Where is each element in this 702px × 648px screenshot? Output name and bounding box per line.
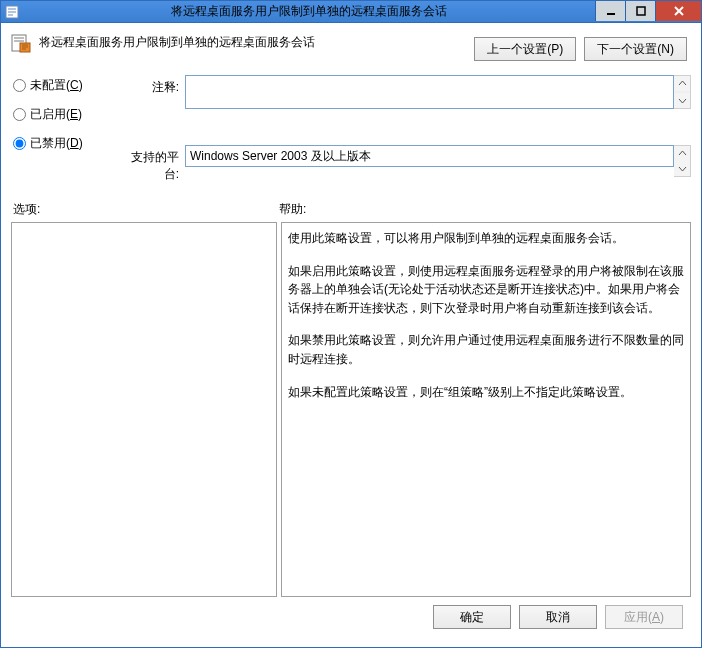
header-row: 将远程桌面服务用户限制到单独的远程桌面服务会话 上一个设置(P) 下一个设置(N… <box>11 31 691 61</box>
options-label: 选项: <box>11 201 277 218</box>
help-paragraph: 如果禁用此策略设置，则允许用户通过使用远程桌面服务进行不限数量的同时远程连接。 <box>288 331 684 368</box>
cancel-label: 取消 <box>546 609 570 626</box>
minimize-button[interactable] <box>595 1 625 21</box>
radio-group-container: 未配置(C) 已启用(E) 已禁用(D) <box>11 75 119 152</box>
platform-field-wrap: Windows Server 2003 及以上版本 <box>185 145 691 177</box>
ok-label: 确定 <box>460 609 484 626</box>
scroll-up-icon <box>674 76 690 91</box>
scroll-down-icon <box>674 93 690 108</box>
window-controls <box>595 1 701 22</box>
comment-label: 注释: <box>119 75 185 96</box>
policy-editor-window: 将远程桌面服务用户限制到单独的远程桌面服务会话 <box>0 0 702 648</box>
platform-label: 支持的平台: <box>119 145 185 183</box>
cancel-button[interactable]: 取消 <box>519 605 597 629</box>
help-label: 帮助: <box>277 201 691 218</box>
config-platform-row: 支持的平台: Windows Server 2003 及以上版本 <box>11 145 691 183</box>
previous-setting-button[interactable]: 上一个设置(P) <box>474 37 576 61</box>
previous-setting-label: 上一个设置(P) <box>487 41 563 58</box>
options-panel[interactable] <box>11 222 277 597</box>
panel-labels-row: 选项: 帮助: <box>11 201 691 218</box>
radio-enabled-input[interactable] <box>13 108 26 121</box>
panels-row: 使用此策略设置，可以将用户限制到单独的远程桌面服务会话。 如果启用此策略设置，则… <box>11 222 691 597</box>
apply-button[interactable]: 应用(A) <box>605 605 683 629</box>
comment-field-wrap <box>185 75 691 109</box>
help-paragraph: 使用此策略设置，可以将用户限制到单独的远程桌面服务会话。 <box>288 229 684 248</box>
titlebar: 将远程桌面服务用户限制到单独的远程桌面服务会话 <box>1 1 701 23</box>
radio-enabled-label: 已启用(E) <box>30 106 82 123</box>
dialog-button-bar: 确定 取消 应用(A) <box>11 597 691 637</box>
comment-scrollbar[interactable] <box>674 75 691 109</box>
scroll-down-icon <box>674 161 690 176</box>
maximize-button[interactable] <box>625 1 655 21</box>
scroll-up-icon <box>674 146 690 161</box>
next-setting-button[interactable]: 下一个设置(N) <box>584 37 687 61</box>
content-area: 将远程桌面服务用户限制到单独的远程桌面服务会话 上一个设置(P) 下一个设置(N… <box>1 23 701 647</box>
platform-scrollbar[interactable] <box>674 145 691 177</box>
radio-not-configured[interactable]: 未配置(C) <box>13 77 119 94</box>
help-paragraph: 如果启用此策略设置，则使用远程桌面服务远程登录的用户将被限制在该服务器上的单独会… <box>288 262 684 318</box>
apply-label: 应用(A) <box>624 609 664 626</box>
ok-button[interactable]: 确定 <box>433 605 511 629</box>
help-panel[interactable]: 使用此策略设置，可以将用户限制到单独的远程桌面服务会话。 如果启用此策略设置，则… <box>281 222 691 597</box>
app-icon <box>1 5 23 19</box>
radio-not-configured-input[interactable] <box>13 79 26 92</box>
state-radio-group: 未配置(C) 已启用(E) 已禁用(D) <box>13 75 119 152</box>
radio-not-configured-label: 未配置(C) <box>30 77 83 94</box>
maximize-icon <box>636 6 646 16</box>
radio-enabled[interactable]: 已启用(E) <box>13 106 119 123</box>
setting-nav: 上一个设置(P) 下一个设置(N) <box>474 31 691 61</box>
svg-rect-5 <box>637 7 645 15</box>
policy-heading: 将远程桌面服务用户限制到单独的远程桌面服务会话 <box>39 31 466 51</box>
window-title: 将远程桌面服务用户限制到单独的远程桌面服务会话 <box>23 3 595 20</box>
policy-icon <box>11 33 31 53</box>
next-setting-label: 下一个设置(N) <box>597 41 674 58</box>
supported-platform-text: Windows Server 2003 及以上版本 <box>185 145 674 167</box>
help-paragraph: 如果未配置此策略设置，则在“组策略”级别上不指定此策略设置。 <box>288 383 684 402</box>
close-icon <box>673 6 685 16</box>
minimize-icon <box>606 6 616 16</box>
close-button[interactable] <box>655 1 701 21</box>
comment-input[interactable] <box>185 75 674 109</box>
config-comment-row: 未配置(C) 已启用(E) 已禁用(D) 注释: <box>11 75 691 137</box>
